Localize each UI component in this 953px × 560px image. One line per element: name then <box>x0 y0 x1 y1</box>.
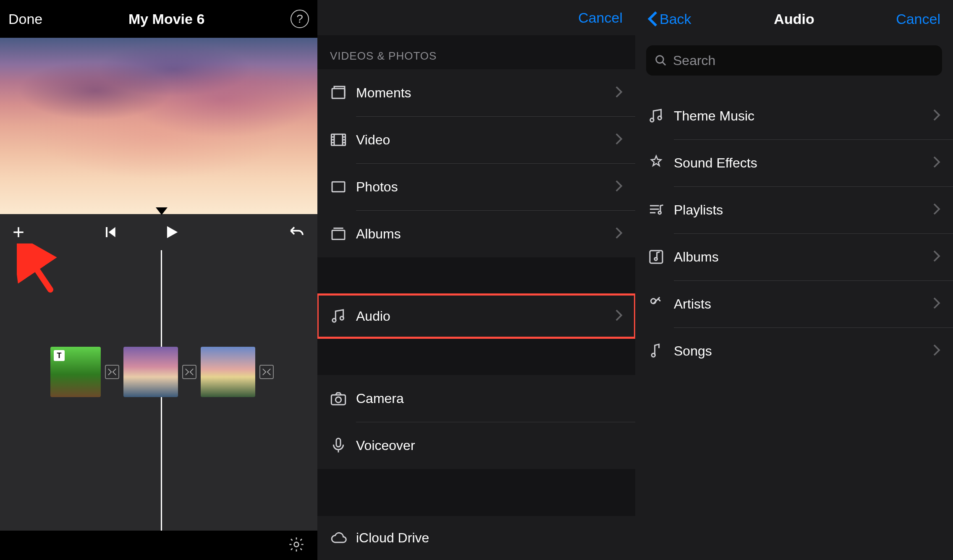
settings-button[interactable] <box>288 536 305 555</box>
svg-point-9 <box>335 397 341 403</box>
row-albums[interactable]: Albums <box>635 233 953 280</box>
music-note-icon <box>330 308 347 324</box>
row-label: Photos <box>356 179 615 195</box>
screen-audio-browser: Back Audio Cancel Search Theme Music Sou… <box>635 0 953 560</box>
row-label: Artists <box>674 296 933 312</box>
music-note-icon <box>648 107 665 124</box>
transition-button[interactable] <box>105 365 119 379</box>
row-albums[interactable]: Albums <box>317 210 635 257</box>
add-media-button[interactable]: + <box>13 222 24 242</box>
chevron-left-icon <box>648 10 658 27</box>
gear-icon <box>288 536 305 553</box>
playlists-icon <box>648 201 665 218</box>
clip-thumbnail[interactable] <box>201 347 255 397</box>
video-preview[interactable] <box>0 38 317 214</box>
svg-point-18 <box>652 353 655 357</box>
song-icon <box>648 343 665 359</box>
media-group: Moments Video Photos Albums <box>317 69 635 257</box>
back-button[interactable]: Back <box>648 10 691 27</box>
search-icon <box>655 54 667 67</box>
sound-effects-icon <box>648 154 665 171</box>
chevron-right-icon <box>933 156 940 170</box>
chevron-right-icon <box>615 180 623 194</box>
row-photos[interactable]: Photos <box>317 163 635 210</box>
chevron-right-icon <box>933 344 940 358</box>
row-label: Songs <box>674 343 933 359</box>
svg-point-6 <box>333 319 336 322</box>
transition-icon <box>262 367 271 377</box>
help-button[interactable]: ? <box>291 10 309 28</box>
row-label: iCloud Drive <box>356 530 623 546</box>
search-input[interactable]: Search <box>646 45 942 76</box>
transition-icon <box>185 367 194 377</box>
svg-point-16 <box>655 258 657 261</box>
nav-bar: Cancel <box>317 0 635 35</box>
play-button[interactable] <box>164 224 180 240</box>
row-moments[interactable]: Moments <box>317 69 635 116</box>
undo-button[interactable] <box>288 224 305 241</box>
section-header-videos-photos: VIDEOS & PHOTOS <box>317 35 635 69</box>
albums-icon <box>330 225 347 242</box>
row-label: Albums <box>674 249 933 265</box>
svg-point-12 <box>650 118 654 122</box>
clips-row <box>0 345 317 399</box>
capture-group: Camera Voiceover <box>317 375 635 469</box>
row-label: Camera <box>356 391 623 406</box>
svg-rect-15 <box>650 251 662 263</box>
screen-title: Audio <box>774 11 814 27</box>
undo-icon <box>288 224 305 241</box>
cancel-button[interactable]: Cancel <box>896 11 940 27</box>
back-label: Back <box>660 11 691 27</box>
row-sound-effects[interactable]: Sound Effects <box>635 139 953 186</box>
row-icloud-drive[interactable]: iCloud Drive <box>317 516 635 560</box>
row-label: Moments <box>356 85 615 101</box>
svg-rect-4 <box>332 182 345 191</box>
row-video[interactable]: Video <box>317 116 635 163</box>
skip-back-button[interactable] <box>104 225 118 239</box>
row-theme-music[interactable]: Theme Music <box>635 92 953 139</box>
clip-thumbnail[interactable] <box>50 347 101 397</box>
timeline[interactable] <box>0 250 317 531</box>
transition-button[interactable] <box>259 365 274 379</box>
music-album-icon <box>648 249 665 265</box>
transport-controls: + <box>0 214 317 250</box>
search-placeholder: Search <box>673 53 715 68</box>
screen-media-picker: Cancel VIDEOS & PHOTOS Moments Video Pho… <box>317 0 635 560</box>
svg-point-7 <box>340 317 343 320</box>
row-label: Theme Music <box>674 108 933 124</box>
svg-point-14 <box>658 211 661 214</box>
svg-rect-0 <box>106 227 107 237</box>
chevron-right-icon <box>615 309 623 323</box>
svg-rect-10 <box>336 439 340 447</box>
camera-icon <box>330 390 347 407</box>
row-label: Albums <box>356 226 615 242</box>
search-wrap: Search <box>635 38 953 76</box>
chevron-right-icon <box>933 203 940 217</box>
artists-icon <box>648 296 665 312</box>
row-songs[interactable]: Songs <box>635 327 953 374</box>
row-label: Sound Effects <box>674 155 933 171</box>
audio-categories: Theme Music Sound Effects Playlists Albu… <box>635 92 953 374</box>
transition-button[interactable] <box>182 365 196 379</box>
row-playlists[interactable]: Playlists <box>635 186 953 233</box>
svg-point-11 <box>656 56 664 63</box>
row-label: Playlists <box>674 202 933 218</box>
row-artists[interactable]: Artists <box>635 280 953 327</box>
project-title: My Movie 6 <box>128 11 204 27</box>
nav-bar: Back Audio Cancel <box>635 0 953 38</box>
row-camera[interactable]: Camera <box>317 375 635 422</box>
svg-point-13 <box>658 116 661 120</box>
chevron-right-icon <box>615 86 623 100</box>
row-label: Video <box>356 132 615 148</box>
cancel-button[interactable]: Cancel <box>578 10 623 26</box>
playhead-marker-icon <box>156 207 168 215</box>
row-label: Voiceover <box>356 438 623 453</box>
row-audio[interactable]: Audio <box>317 294 635 338</box>
transition-icon <box>107 367 117 377</box>
done-button[interactable]: Done <box>8 11 42 27</box>
play-icon <box>164 224 180 240</box>
chevron-right-icon <box>933 250 940 264</box>
clip-thumbnail[interactable] <box>123 347 178 397</box>
video-icon <box>330 131 347 148</box>
row-voiceover[interactable]: Voiceover <box>317 422 635 469</box>
